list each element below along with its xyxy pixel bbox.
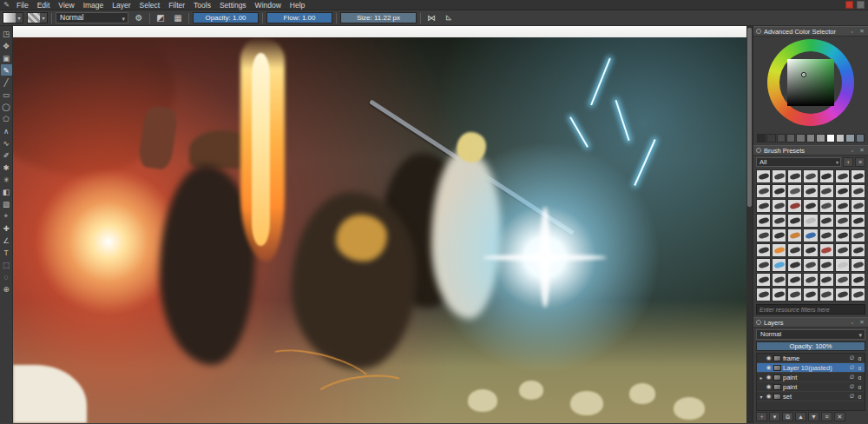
freehand-path-tool[interactable]: ✐ xyxy=(1,149,12,161)
outline-select-tool[interactable]: ◌ xyxy=(1,271,12,282)
brush-preset[interactable] xyxy=(772,199,786,213)
brush-preset[interactable] xyxy=(803,288,818,301)
alpha-lock-icon[interactable]: α xyxy=(857,374,863,381)
brush-preset[interactable] xyxy=(787,273,802,287)
brush-preset[interactable] xyxy=(787,169,802,183)
pattern-chooser[interactable]: ▾ xyxy=(27,12,48,23)
brush-preset[interactable] xyxy=(819,169,834,183)
brush-preset[interactable] xyxy=(787,229,802,242)
menu-select[interactable]: Select xyxy=(135,0,165,10)
brush-preset[interactable] xyxy=(819,199,834,213)
move-layer-down-button[interactable]: ▼ xyxy=(808,412,819,421)
preset-menu-icon[interactable]: ≡ xyxy=(855,157,865,167)
menu-layer[interactable]: Layer xyxy=(108,0,135,10)
polygon-tool[interactable]: ⬠ xyxy=(1,113,12,124)
brush-preset[interactable] xyxy=(772,214,786,228)
layer-properties-button[interactable]: ≡ xyxy=(821,412,832,421)
brush-preset[interactable] xyxy=(835,199,850,213)
hue-ring[interactable] xyxy=(767,39,854,126)
brush-preset[interactable] xyxy=(772,288,786,301)
resource-filter-input[interactable] xyxy=(756,304,865,315)
color-swatch[interactable] xyxy=(766,134,775,142)
brush-preset[interactable] xyxy=(803,184,818,198)
layer-row[interactable]: ◉Layer 10(pasted)∅α xyxy=(757,363,865,373)
color-swatch[interactable] xyxy=(836,134,845,142)
brush-preset[interactable] xyxy=(756,243,771,257)
color-swatch[interactable] xyxy=(806,134,815,142)
text-tool[interactable]: T xyxy=(1,247,12,258)
brush-preset[interactable] xyxy=(851,258,865,272)
brush-preset[interactable] xyxy=(803,199,818,213)
menu-view[interactable]: View xyxy=(54,0,78,10)
layer-row[interactable]: ◉frame∅α xyxy=(757,354,865,363)
move-layer-up-button[interactable]: ▲ xyxy=(795,412,806,421)
layer-row[interactable]: ◉paint∅α xyxy=(757,382,865,392)
alpha-lock-icon[interactable]: α xyxy=(857,394,863,400)
menu-tools[interactable]: Tools xyxy=(189,0,215,10)
brush-preset[interactable] xyxy=(756,288,771,301)
zoom-tool[interactable]: ⊕ xyxy=(1,283,12,295)
brush-preset[interactable] xyxy=(803,214,818,228)
menu-settings[interactable]: Settings xyxy=(215,0,251,10)
brush-preset[interactable] xyxy=(851,273,865,287)
duplicate-layer-button[interactable]: ⧉ xyxy=(782,412,793,421)
measure-tool[interactable]: ∠ xyxy=(1,235,12,246)
assistants-tool[interactable]: ✚ xyxy=(1,222,12,234)
polyline-tool[interactable]: ∧ xyxy=(1,125,12,136)
brush-preset[interactable] xyxy=(819,288,834,301)
brush-preset[interactable] xyxy=(787,199,802,213)
size-slider[interactable]: Size: 11.22 px xyxy=(340,12,417,23)
color-swatch[interactable] xyxy=(757,134,766,142)
brush-preset[interactable] xyxy=(803,229,818,242)
brush-preset[interactable] xyxy=(756,273,771,287)
brush-preset[interactable] xyxy=(756,229,771,242)
gradient-chooser[interactable]: ▾ xyxy=(3,12,23,23)
wrap-mode-icon[interactable]: ▦ xyxy=(171,12,185,24)
brush-preset[interactable] xyxy=(835,184,850,198)
canvas-artwork[interactable] xyxy=(13,37,746,423)
inherit-alpha-icon[interactable]: ∅ xyxy=(849,393,855,400)
color-swatch[interactable] xyxy=(777,134,786,142)
brush-preset[interactable] xyxy=(819,229,834,242)
saturation-value-square[interactable] xyxy=(787,59,834,106)
add-layer-menu-button[interactable]: ▾ xyxy=(769,412,780,421)
inherit-alpha-icon[interactable]: ∅ xyxy=(849,354,855,361)
canvas-area[interactable] xyxy=(13,26,753,423)
move-tool[interactable]: ✥ xyxy=(1,40,12,51)
brush-preset[interactable] xyxy=(819,214,834,228)
brush-preset[interactable] xyxy=(851,214,865,228)
mirror-horizontal-icon[interactable]: ⋈ xyxy=(424,12,438,24)
rectangle-tool[interactable]: ▭ xyxy=(1,89,12,100)
layer-blend-mode-combo[interactable]: Normal xyxy=(756,329,865,340)
gear-icon[interactable]: ⚙ xyxy=(132,12,146,24)
brush-preset[interactable] xyxy=(803,169,818,183)
multibrush-tool[interactable]: ✳ xyxy=(1,174,12,185)
visibility-eye-icon[interactable]: ◉ xyxy=(766,383,772,390)
blend-mode-combo[interactable]: Normal xyxy=(56,12,128,23)
brush-preset[interactable] xyxy=(835,169,850,183)
rect-select-tool[interactable]: ⬚ xyxy=(1,259,12,270)
brush-preset[interactable] xyxy=(772,243,786,257)
visibility-eye-icon[interactable]: ◉ xyxy=(766,374,772,381)
window-gray-icon[interactable] xyxy=(857,1,865,9)
brush-preset[interactable] xyxy=(851,199,865,213)
brush-preset[interactable] xyxy=(851,169,865,183)
color-swatch[interactable] xyxy=(826,134,835,142)
brush-preset[interactable] xyxy=(835,288,850,301)
brush-preset[interactable] xyxy=(803,258,818,272)
brush-preset[interactable] xyxy=(787,288,802,301)
brush-preset[interactable] xyxy=(835,258,850,272)
brush-preset[interactable] xyxy=(756,184,771,198)
crop-tool[interactable]: ▣ xyxy=(1,52,12,63)
eraser-mode-icon[interactable]: ◩ xyxy=(154,12,168,24)
preset-filter-combo[interactable]: All xyxy=(756,157,841,167)
expand-icon[interactable]: ▾ xyxy=(759,394,764,400)
color-swatch[interactable] xyxy=(845,134,854,142)
brush-preset[interactable] xyxy=(851,288,865,301)
brush-preset[interactable] xyxy=(787,258,802,272)
opacity-slider[interactable]: Opacity: 1.00 xyxy=(193,12,259,23)
dynamic-brush-tool[interactable]: ✱ xyxy=(1,162,12,173)
float-docker-icon[interactable]: ▫ xyxy=(849,148,856,154)
brush-preset[interactable] xyxy=(756,214,771,228)
scrollbar-thumb[interactable] xyxy=(747,28,752,207)
